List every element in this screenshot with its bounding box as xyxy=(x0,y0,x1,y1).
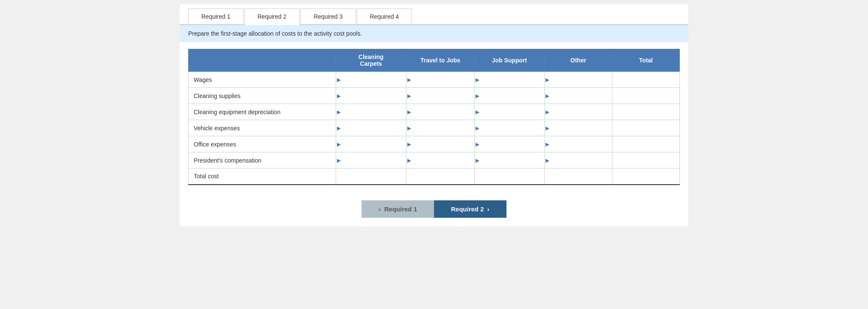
input-other-row2[interactable] xyxy=(545,104,612,120)
input-job-support-row1[interactable] xyxy=(475,88,544,104)
cell-job-support-row4[interactable]: ▶ xyxy=(475,136,545,152)
cell-other-row0[interactable]: ▶ xyxy=(544,72,612,88)
col-header-travel-to-jobs: Travel to Jobs xyxy=(406,49,474,72)
row-label-2: Cleaning equipment depreciation xyxy=(189,104,336,120)
input-cleaning-carpets-row0[interactable] xyxy=(336,72,406,87)
input-travel-to-jobs-row0[interactable] xyxy=(406,72,474,87)
cell-total-row4[interactable] xyxy=(612,136,680,152)
cell-arrow-icon: ▶ xyxy=(476,77,479,83)
input-total-row3[interactable] xyxy=(612,120,679,136)
cell-arrow-icon: ▶ xyxy=(407,141,411,147)
input-travel-to-jobs-row1[interactable] xyxy=(406,88,474,104)
cell-other-row6[interactable] xyxy=(544,169,612,185)
input-travel-to-jobs-row2[interactable] xyxy=(406,104,474,120)
input-travel-to-jobs-row4[interactable] xyxy=(406,136,474,152)
table-wrapper: CleaningCarpets Travel to Jobs Job Suppo… xyxy=(180,42,688,192)
input-total-row1[interactable] xyxy=(612,88,679,104)
cell-cleaning-carpets-row0[interactable]: ▶ xyxy=(336,72,406,88)
input-job-support-row4[interactable] xyxy=(475,136,544,152)
table-body: Wages▶▶▶▶Cleaning supplies▶▶▶▶Cleaning e… xyxy=(189,72,680,185)
input-other-row4[interactable] xyxy=(545,136,612,152)
row-label-4: Office expenses xyxy=(189,136,336,152)
input-job-support-row5[interactable] xyxy=(475,152,544,168)
cell-other-row3[interactable]: ▶ xyxy=(544,120,612,136)
cell-job-support-row3[interactable]: ▶ xyxy=(475,120,545,136)
input-cleaning-carpets-row1[interactable] xyxy=(336,88,406,104)
input-job-support-row3[interactable] xyxy=(475,120,544,136)
input-travel-to-jobs-row3[interactable] xyxy=(406,120,474,136)
cell-other-row5[interactable]: ▶ xyxy=(544,152,612,169)
input-cleaning-carpets-row5[interactable] xyxy=(336,152,406,168)
input-total-row0[interactable] xyxy=(612,72,679,87)
cell-arrow-icon: ▶ xyxy=(337,77,341,83)
input-cleaning-carpets-row6[interactable] xyxy=(336,169,406,184)
cell-job-support-row1[interactable]: ▶ xyxy=(475,88,545,104)
instruction-text: Prepare the first-stage allocation of co… xyxy=(180,25,688,42)
cell-cleaning-carpets-row5[interactable]: ▶ xyxy=(336,152,406,169)
cost-allocation-table: CleaningCarpets Travel to Jobs Job Suppo… xyxy=(188,49,680,185)
cell-travel-to-jobs-row4[interactable]: ▶ xyxy=(406,136,474,152)
col-header-cleaning-carpets: CleaningCarpets xyxy=(336,49,406,72)
next-button[interactable]: Required 2 › xyxy=(434,200,506,218)
input-cleaning-carpets-row4[interactable] xyxy=(336,136,406,152)
cell-arrow-icon: ▶ xyxy=(407,77,411,83)
prev-button[interactable]: ‹ Required 1 xyxy=(362,200,434,218)
col-header-job-support: Job Support xyxy=(475,49,545,72)
input-job-support-row6[interactable] xyxy=(475,169,544,184)
cell-arrow-icon: ▶ xyxy=(337,157,341,163)
cell-travel-to-jobs-row3[interactable]: ▶ xyxy=(406,120,474,136)
table-row: Vehicle expenses▶▶▶▶ xyxy=(189,120,680,136)
input-total-row4[interactable] xyxy=(612,136,679,152)
tab-required4[interactable]: Required 4 xyxy=(357,8,412,24)
cell-arrow-icon: ▶ xyxy=(407,109,411,115)
input-cleaning-carpets-row2[interactable] xyxy=(336,104,406,120)
cell-other-row4[interactable]: ▶ xyxy=(544,136,612,152)
cell-travel-to-jobs-row1[interactable]: ▶ xyxy=(406,88,474,104)
cell-total-row2[interactable] xyxy=(612,104,680,120)
input-job-support-row2[interactable] xyxy=(475,104,544,120)
cell-total-row0[interactable] xyxy=(612,72,680,88)
cell-travel-to-jobs-row5[interactable]: ▶ xyxy=(406,152,474,169)
cell-total-row1[interactable] xyxy=(612,88,680,104)
table-row: Office expenses▶▶▶▶ xyxy=(189,136,680,152)
input-total-row2[interactable] xyxy=(612,104,679,120)
cell-cleaning-carpets-row3[interactable]: ▶ xyxy=(336,120,406,136)
table-row: President's compensation▶▶▶▶ xyxy=(189,152,680,169)
cell-total-row6[interactable] xyxy=(612,169,680,185)
input-other-row0[interactable] xyxy=(545,72,612,87)
input-travel-to-jobs-row5[interactable] xyxy=(406,152,474,168)
cell-travel-to-jobs-row6[interactable] xyxy=(406,169,474,185)
col-header-label xyxy=(189,49,336,72)
cell-job-support-row5[interactable]: ▶ xyxy=(475,152,545,169)
cell-cleaning-carpets-row1[interactable]: ▶ xyxy=(336,88,406,104)
input-other-row5[interactable] xyxy=(545,152,612,168)
cell-cleaning-carpets-row2[interactable]: ▶ xyxy=(336,104,406,120)
next-icon: › xyxy=(487,205,490,213)
cell-total-row3[interactable] xyxy=(612,120,680,136)
input-job-support-row0[interactable] xyxy=(475,72,544,87)
input-travel-to-jobs-row6[interactable] xyxy=(406,169,474,184)
input-total-row6[interactable] xyxy=(612,169,679,184)
cell-other-row1[interactable]: ▶ xyxy=(544,88,612,104)
input-other-row3[interactable] xyxy=(545,120,612,136)
cell-total-row5[interactable] xyxy=(612,152,680,169)
cell-travel-to-jobs-row0[interactable]: ▶ xyxy=(406,72,474,88)
cell-other-row2[interactable]: ▶ xyxy=(544,104,612,120)
tab-required1[interactable]: Required 1 xyxy=(188,8,244,24)
cell-cleaning-carpets-row6[interactable] xyxy=(336,169,406,185)
col-header-other: Other xyxy=(544,49,612,72)
input-other-row1[interactable] xyxy=(545,88,612,104)
cell-job-support-row6[interactable] xyxy=(475,169,545,185)
input-total-row5[interactable] xyxy=(612,152,679,168)
row-label-5: President's compensation xyxy=(189,152,336,169)
col-header-total: Total xyxy=(612,49,680,72)
cell-travel-to-jobs-row2[interactable]: ▶ xyxy=(406,104,474,120)
tab-required3[interactable]: Required 3 xyxy=(300,8,356,24)
cell-job-support-row0[interactable]: ▶ xyxy=(475,72,545,88)
tab-required2[interactable]: Required 2 xyxy=(245,8,300,25)
prev-icon: ‹ xyxy=(378,205,381,213)
cell-job-support-row2[interactable]: ▶ xyxy=(475,104,545,120)
cell-cleaning-carpets-row4[interactable]: ▶ xyxy=(336,136,406,152)
input-cleaning-carpets-row3[interactable] xyxy=(336,120,406,136)
input-other-row6[interactable] xyxy=(545,169,612,184)
